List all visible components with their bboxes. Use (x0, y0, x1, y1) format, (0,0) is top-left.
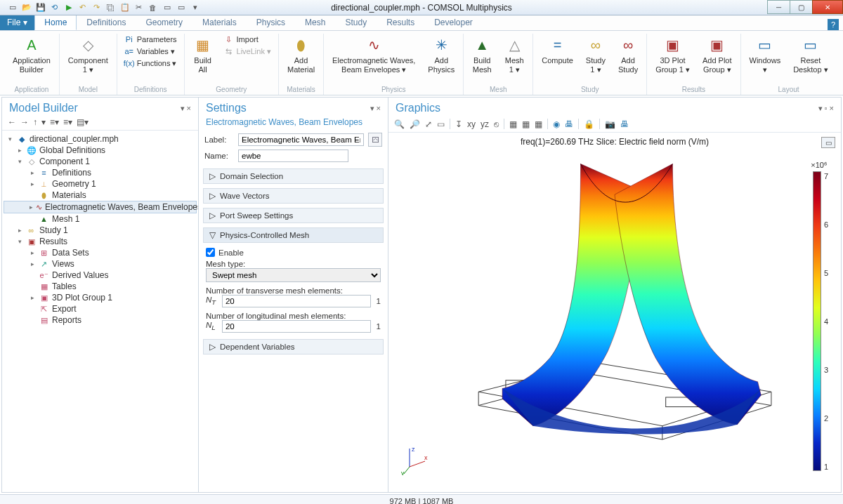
ribbon-btn[interactable]: ∞Study 1 ▾ (583, 34, 608, 75)
paste-icon[interactable]: 📋 (119, 2, 130, 13)
tree-node[interactable]: e⁻Derived Values (4, 270, 197, 281)
tree-node[interactable]: ▸⊞Data Sets (4, 247, 197, 258)
close-button[interactable]: ✕ (812, 0, 843, 14)
tree-node[interactable]: ▸🌐Global Definitions (4, 145, 197, 156)
help-button[interactable]: ? (828, 19, 839, 30)
tree-node[interactable]: ▸≡Definitions (4, 167, 197, 178)
ribbon-btn[interactable]: ⇆LiveLink ▾ (223, 46, 273, 57)
ribbon-btn[interactable]: ∞Add Study (615, 34, 641, 75)
transparency-icon[interactable]: ▦ (522, 119, 530, 129)
tab-results[interactable]: Results (377, 15, 424, 30)
tree-node[interactable]: ▸⟂Geometry 1 (4, 178, 197, 190)
run-icon[interactable]: ▶ (63, 2, 74, 13)
tree-node[interactable]: ▲Mesh 1 (4, 213, 197, 225)
ribbon-btn[interactable]: ▣3D Plot Group 1 ▾ (653, 34, 693, 75)
tab-materials[interactable]: Materials (192, 15, 247, 30)
ribbon-btn[interactable]: ▦Build All (190, 34, 216, 75)
view3d-button[interactable]: ▭ (821, 137, 835, 148)
minimize-button[interactable]: ─ (767, 0, 790, 14)
collapse-icon[interactable]: ≡▾ (50, 117, 59, 127)
undo-icon[interactable]: ↶ (77, 2, 88, 13)
wireframe-icon[interactable]: ▦ (535, 119, 542, 129)
ribbon-btn[interactable]: AApplication Builder (10, 34, 53, 75)
revert-icon[interactable]: ⟲ (49, 2, 60, 13)
delete-icon[interactable]: 🗑 (148, 2, 158, 13)
addon-icon[interactable]: ▾ (190, 2, 200, 13)
expand-icon[interactable]: ≡▾ (63, 117, 72, 127)
section-domain-selection[interactable]: ▷Domain Selection (203, 168, 384, 184)
zoom-out-icon[interactable]: 🔎 (410, 119, 420, 129)
tab-home[interactable]: Home (34, 15, 77, 30)
ribbon-btn[interactable]: △Mesh 1 ▾ (502, 34, 527, 75)
ribbon-btn[interactable]: ⇩Import (223, 34, 273, 45)
camera-icon[interactable]: 📷 (605, 119, 615, 129)
tab-geometry[interactable]: Geometry (136, 15, 192, 30)
tree-node[interactable]: ▾◆directional_coupler.mph (4, 133, 197, 145)
tab-definitions[interactable]: Definitions (77, 15, 136, 30)
ribbon-btn[interactable]: ▲Build Mesh (469, 34, 495, 75)
snapshot-icon[interactable]: 🖶 (620, 119, 629, 129)
tree-node[interactable]: ▸∿Electromagnetic Waves, Beam Envelopes (4, 201, 197, 213)
ribbon-btn[interactable]: ▭Reset Desktop ▾ (790, 34, 830, 75)
go-yz-icon[interactable]: xy (467, 119, 476, 129)
go-xy-icon[interactable]: ↧ (455, 119, 462, 129)
zoom-box-icon[interactable]: ▭ (437, 119, 445, 129)
tree-node[interactable]: ▾◇Component 1 (4, 156, 197, 167)
ribbon-btn[interactable]: a=Variables ▾ (123, 46, 178, 57)
save-icon[interactable]: 💾 (35, 2, 46, 13)
tree-node[interactable]: ▤Reports (4, 314, 197, 326)
redo-icon[interactable]: ↷ (91, 2, 102, 13)
ribbon-btn[interactable]: ⬮Add Material (285, 34, 318, 75)
cut-icon[interactable]: ✂ (133, 2, 144, 13)
ribbon-btn[interactable]: PiParameters (123, 34, 178, 45)
print-icon[interactable]: 🖶 (565, 119, 573, 129)
meshtype-select[interactable]: Swept mesh (206, 268, 381, 282)
ribbon-btn[interactable]: ▭Windows ▾ (747, 34, 784, 75)
go-zx-icon[interactable]: yz (481, 119, 489, 129)
enable-checkbox[interactable] (206, 248, 215, 257)
ribbon-btn[interactable]: ✳Add Physics (425, 34, 457, 75)
scene-light-icon[interactable]: ▦ (509, 119, 517, 129)
select-icon[interactable]: ◉ (553, 119, 560, 129)
tree-node[interactable]: ▸∞Study 1 (4, 225, 197, 236)
zoom-in-icon[interactable]: 🔍 (394, 119, 405, 129)
forward-icon[interactable]: → (20, 117, 29, 127)
tab-study[interactable]: Study (335, 15, 377, 30)
filter-icon[interactable]: ▤▾ (77, 117, 89, 127)
tab-developer[interactable]: Developer (424, 15, 483, 30)
lock-icon[interactable]: 🔒 (584, 119, 594, 129)
section-port-sweep[interactable]: ▷Port Sweep Settings (203, 208, 384, 223)
file-menu-button[interactable]: File▾ (0, 15, 34, 30)
up-icon[interactable]: ↑ (33, 117, 37, 127)
select-icon[interactable]: ▭ (162, 2, 172, 13)
new-icon[interactable]: ▭ (7, 2, 18, 13)
tab-physics[interactable]: Physics (247, 15, 295, 30)
zoom-extents-icon[interactable]: ⤢ (425, 119, 432, 129)
ribbon-btn[interactable]: ▣Add Plot Group ▾ (700, 34, 735, 75)
find-icon[interactable]: ▭ (176, 2, 186, 13)
default-view-icon[interactable]: ⎋ (494, 119, 499, 129)
ribbon-btn[interactable]: ◇Component 1 ▾ (65, 34, 111, 75)
tree-node[interactable]: ⇱Export (4, 303, 197, 314)
section-wave-vectors[interactable]: ▷Wave Vectors (203, 188, 384, 204)
tab-mesh[interactable]: Mesh (295, 15, 335, 30)
tree-node[interactable]: ▸↗Views (4, 258, 197, 270)
ribbon-btn[interactable]: ∿Electromagnetic Waves, Beam Envelopes ▾ (329, 34, 418, 75)
copy-icon[interactable]: ⿻ (105, 2, 116, 13)
open-icon[interactable]: 📂 (21, 2, 32, 13)
ribbon-btn[interactable]: f(x)Functions ▾ (123, 58, 178, 69)
nt-input[interactable] (222, 295, 371, 307)
graphics-canvas[interactable]: freq(1)=260.69 THz Slice: Electric field… (388, 133, 841, 492)
tree-node[interactable]: ▾▣Results (4, 236, 197, 247)
name-input[interactable] (238, 150, 348, 162)
model-tree[interactable]: ▾◆directional_coupler.mph▸🌐Global Defini… (2, 131, 198, 329)
back-icon[interactable]: ← (8, 117, 16, 127)
section-physics-mesh[interactable]: ▽Physics-Controlled Mesh (203, 227, 384, 243)
tree-node[interactable]: ⬮Materials (4, 190, 197, 201)
label-input[interactable] (238, 133, 364, 146)
tree-node[interactable]: ▸▣3D Plot Group 1 (4, 292, 197, 303)
goto-icon[interactable]: ⮹ (368, 133, 382, 147)
ribbon-btn[interactable]: =Compute (539, 34, 576, 67)
show-icon[interactable]: ▾ (41, 117, 46, 127)
nl-input[interactable] (222, 320, 371, 333)
